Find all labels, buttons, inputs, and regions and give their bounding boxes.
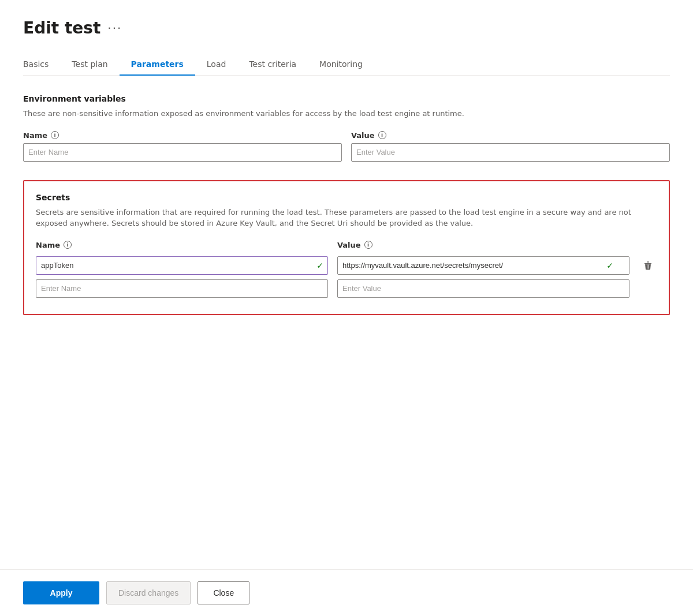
secrets-value-label: Value i: [337, 241, 629, 249]
secrets-value-check-icon-0: ✓: [606, 261, 613, 270]
secrets-value-input-0[interactable]: [337, 256, 629, 275]
env-vars-description: These are non-sensitive information expo…: [23, 108, 670, 120]
secrets-field-labels-row: Name i Value i: [36, 241, 657, 253]
secrets-row-0: ✓ ✓: [36, 256, 657, 275]
secrets-name-check-icon-0: ✓: [316, 261, 323, 270]
env-vars-name-input-wrapper: [23, 143, 342, 162]
secrets-description: Secrets are sensitive information that a…: [36, 207, 657, 229]
env-vars-field-row: Name i Value i: [23, 131, 670, 162]
env-vars-name-label: Name i: [23, 131, 342, 140]
secrets-name-empty-wrapper: [36, 279, 328, 298]
apply-button[interactable]: Apply: [23, 581, 99, 604]
close-button[interactable]: Close: [198, 581, 249, 604]
discard-changes-button[interactable]: Discard changes: [106, 581, 191, 604]
env-vars-value-info-icon[interactable]: i: [378, 131, 386, 139]
tab-monitoring[interactable]: Monitoring: [308, 54, 374, 76]
env-vars-section: Environment variables These are non-sens…: [23, 94, 670, 162]
secrets-title: Secrets: [36, 193, 657, 202]
secrets-name-empty-input[interactable]: [36, 279, 328, 298]
secrets-name-label-group: Name i: [36, 241, 328, 253]
footer: Apply Discard changes Close: [0, 569, 693, 616]
tab-basics[interactable]: Basics: [23, 54, 60, 76]
delete-secret-button-0[interactable]: [639, 256, 657, 275]
secrets-value-input-wrapper-0: ✓: [337, 256, 629, 275]
env-vars-value-input-wrapper: [351, 143, 670, 162]
env-vars-name-group: Name i: [23, 131, 342, 162]
page-title: Edit test: [23, 18, 100, 38]
tab-test-criteria[interactable]: Test criteria: [237, 54, 308, 76]
tab-navigation: Basics Test plan Parameters Load Test cr…: [23, 54, 670, 76]
secrets-name-input-wrapper-0: ✓: [36, 256, 328, 275]
env-vars-title: Environment variables: [23, 94, 670, 103]
tab-load[interactable]: Load: [195, 54, 238, 76]
more-options-icon[interactable]: ···: [107, 21, 122, 35]
env-vars-name-input[interactable]: [23, 143, 342, 162]
secrets-value-empty-input[interactable]: [337, 279, 629, 298]
trash-icon: [643, 261, 653, 270]
secrets-section: Secrets Secrets are sensitive informatio…: [23, 180, 670, 315]
secrets-value-info-icon[interactable]: i: [364, 241, 372, 249]
secrets-value-empty-wrapper: [337, 279, 629, 298]
env-vars-value-label: Value i: [351, 131, 670, 140]
secrets-empty-row: [36, 279, 657, 298]
secrets-name-label: Name i: [36, 241, 328, 249]
secrets-name-input-0[interactable]: [36, 256, 328, 275]
secrets-name-info-icon[interactable]: i: [64, 241, 72, 249]
secrets-value-label-group: Value i: [337, 241, 629, 253]
tab-test-plan[interactable]: Test plan: [60, 54, 119, 76]
tab-parameters[interactable]: Parameters: [120, 54, 195, 76]
env-vars-name-info-icon[interactable]: i: [51, 131, 59, 139]
env-vars-value-group: Value i: [351, 131, 670, 162]
env-vars-value-input[interactable]: [351, 143, 670, 162]
